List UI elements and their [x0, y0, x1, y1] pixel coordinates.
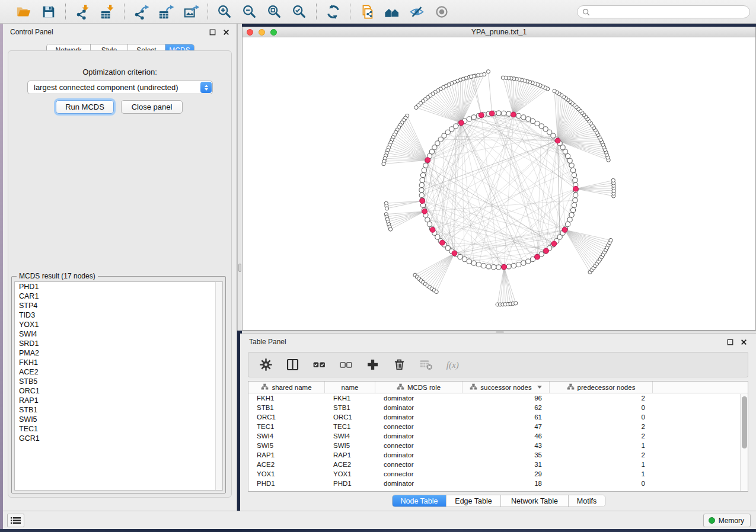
apply-layout-icon[interactable] [325, 4, 342, 20]
column-header-successor-nodes[interactable]: successor nodes [462, 382, 550, 393]
mcds-list-scrollbar[interactable] [215, 282, 222, 490]
tab-motifs[interactable]: Motifs [569, 495, 605, 507]
tab-node-table[interactable]: Node Table [393, 495, 446, 507]
table-row[interactable]: YOX1YOX1connector291 [248, 469, 748, 479]
mcds-result-item[interactable]: TEC1 [15, 424, 222, 434]
select-stepper-icon [200, 82, 212, 93]
first-neighbors-icon[interactable] [384, 4, 400, 20]
hide-details-icon[interactable] [409, 4, 425, 20]
table-row[interactable]: RAP1RAP1dominator352 [248, 450, 748, 460]
tab-network-table[interactable]: Network Table [501, 495, 569, 507]
splitter-grip[interactable] [238, 264, 241, 272]
network-window-titlebar[interactable]: YPA_prune.txt_1 [243, 27, 755, 37]
table-row[interactable]: SWI5SWI5connector431 [248, 441, 748, 450]
open-session-icon[interactable] [15, 4, 32, 20]
mcds-result-item[interactable]: ORC1 [15, 386, 222, 396]
cell-successor-nodes: 18 [462, 480, 550, 487]
export-image-icon[interactable] [183, 4, 199, 20]
column-header-predecessor-nodes[interactable]: predecessor nodes [550, 382, 653, 393]
export-network-icon[interactable] [133, 4, 149, 20]
cell-successor-nodes: 61 [462, 414, 550, 421]
column-header-name[interactable]: name [325, 382, 375, 393]
cell-predecessor-nodes: 0 [550, 480, 653, 487]
select-all-icon[interactable] [311, 357, 327, 373]
run-mcds-button[interactable]: Run MCDS [56, 100, 114, 114]
search-icon [582, 8, 590, 16]
minimize-window-button[interactable] [259, 29, 265, 36]
cell-predecessor-nodes: 1 [550, 461, 653, 468]
column-header-shared-name[interactable]: shared name [248, 382, 325, 393]
mcds-result-item[interactable]: FKH1 [15, 358, 222, 367]
network-graph [243, 37, 755, 330]
table-row[interactable]: STB1STB1dominator620 [248, 403, 748, 412]
clone-network-icon[interactable] [359, 4, 375, 20]
mcds-result-item[interactable]: PMA2 [15, 348, 222, 358]
mcds-result-item[interactable]: CAR1 [15, 291, 222, 301]
cell-shared-name: FKH1 [248, 395, 325, 402]
mcds-result-item[interactable]: STP4 [15, 301, 222, 310]
search-input[interactable] [590, 7, 749, 17]
table-row[interactable]: ORC1ORC1dominator610 [248, 412, 748, 422]
cell-name: SWI5 [325, 442, 375, 449]
cell-predecessor-nodes: 0 [550, 404, 653, 411]
mcds-result-item[interactable]: RAP1 [15, 396, 222, 405]
cell-shared-name: SWI5 [248, 442, 325, 449]
close-panel-icon[interactable] [223, 29, 229, 36]
table-row[interactable]: ACE2ACE2connector311 [248, 460, 748, 469]
zoom-window-button[interactable] [270, 29, 277, 36]
mcds-result-item[interactable]: GCR1 [15, 434, 222, 443]
deselect-all-icon[interactable] [337, 357, 354, 373]
network-canvas[interactable] [243, 37, 755, 330]
control-panel: Control Panel NetworkStyleSelectMCDS Opt… [3, 24, 237, 511]
split-columns-icon[interactable] [284, 357, 301, 373]
mcds-result-item[interactable]: STB5 [15, 377, 222, 386]
cell-predecessor-nodes: 2 [550, 451, 653, 459]
tab-edge-table[interactable]: Edge Table [446, 495, 501, 507]
cell-name: ORC1 [325, 414, 375, 421]
task-history-button[interactable] [7, 514, 24, 527]
close-window-button[interactable] [247, 29, 253, 36]
splitter-grip[interactable] [496, 331, 504, 333]
close-panel-icon[interactable] [741, 339, 747, 345]
zoom-in-icon[interactable] [216, 4, 233, 20]
zoom-selected-icon[interactable] [291, 4, 308, 20]
mcds-result-item[interactable]: SWI4 [15, 329, 222, 339]
table-scrollbar-thumb[interactable] [742, 396, 747, 448]
table-row[interactable]: TEC1TEC1connector472 [248, 422, 748, 431]
cell-MCDS-role: connector [375, 461, 462, 468]
search-box[interactable] [577, 5, 750, 18]
table-tabs: Node TableEdge TableNetwork TableMotifs [392, 495, 605, 507]
table-toolbar: f(x) [248, 352, 748, 377]
import-network-icon[interactable] [74, 4, 91, 20]
optimization-criterion-select[interactable]: largest connected component (undirected) [27, 81, 213, 94]
cell-MCDS-role: dominator [375, 414, 462, 421]
table-scrollbar[interactable] [740, 394, 748, 491]
settings-icon[interactable] [257, 357, 274, 373]
save-session-icon[interactable] [40, 4, 57, 20]
export-table-icon[interactable] [158, 4, 174, 20]
cell-shared-name: ORC1 [248, 414, 325, 421]
memory-button[interactable]: Memory [703, 514, 751, 527]
mcds-result-item[interactable]: YOX1 [15, 320, 222, 329]
mcds-result-item[interactable]: SWI5 [15, 415, 222, 424]
table-row[interactable]: SWI4SWI4dominator462 [248, 431, 748, 441]
delete-icon[interactable] [391, 357, 407, 373]
cell-shared-name: SWI4 [248, 432, 325, 440]
table-row[interactable]: PHD1PHD1dominator180 [248, 479, 748, 488]
mcds-result-item[interactable]: ACE2 [15, 367, 222, 377]
mcds-result-item[interactable]: STB1 [15, 405, 222, 415]
show-details-icon[interactable] [433, 4, 450, 20]
zoom-fit-icon[interactable] [266, 4, 283, 20]
column-header-MCDS-role[interactable]: MCDS role [375, 382, 462, 393]
float-panel-icon[interactable] [727, 339, 733, 345]
add-icon[interactable] [364, 357, 381, 373]
import-table-icon[interactable] [99, 4, 116, 20]
float-panel-icon[interactable] [209, 29, 216, 36]
vertical-splitter[interactable] [237, 24, 242, 331]
table-row[interactable]: FKH1FKH1dominator962 [248, 393, 748, 403]
mcds-result-item[interactable]: SRD1 [15, 339, 222, 348]
zoom-out-icon[interactable] [241, 4, 258, 20]
close-panel-button[interactable]: Close panel [121, 100, 183, 114]
mcds-result-item[interactable]: TID3 [15, 310, 222, 320]
mcds-result-item[interactable]: PHD1 [15, 282, 222, 291]
